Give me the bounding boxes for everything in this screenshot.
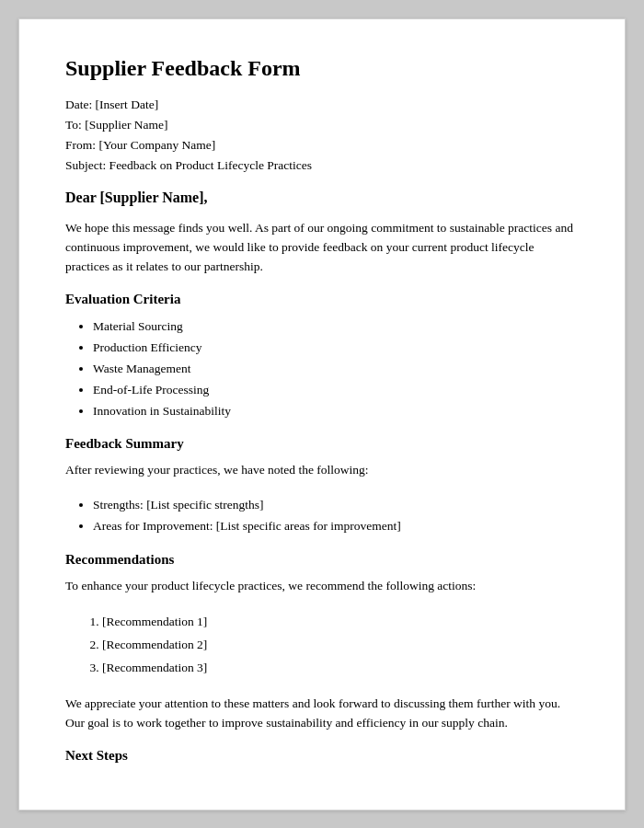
meta-to: To: [Supplier Name]: [65, 118, 579, 132]
feedback-summary-heading: Feedback Summary: [65, 436, 579, 452]
document-container: Supplier Feedback Form Date: [Insert Dat…: [18, 18, 626, 811]
next-steps-heading: Next Steps: [65, 748, 579, 764]
list-item: Waste Management: [93, 359, 579, 380]
list-item: End-of-Life Processing: [93, 380, 579, 401]
closing-paragraph: We appreciate your attention to these ma…: [65, 695, 579, 733]
list-item: [Recommendation 3]: [102, 657, 579, 680]
meta-date: Date: [Insert Date]: [65, 98, 579, 112]
list-item: Production Efficiency: [93, 338, 579, 359]
meta-subject: Subject: Feedback on Product Lifecycle P…: [65, 158, 579, 173]
evaluation-criteria-list: Material Sourcing Production Efficiency …: [93, 316, 579, 422]
document-title: Supplier Feedback Form: [65, 56, 579, 81]
list-item: Areas for Improvement: [List specific ar…: [93, 516, 579, 537]
evaluation-criteria-heading: Evaluation Criteria: [65, 292, 579, 307]
meta-from: From: [Your Company Name]: [65, 138, 579, 153]
salutation: Dear [Supplier Name],: [65, 190, 579, 206]
list-item: Material Sourcing: [93, 316, 579, 338]
list-item: [Recommendation 2]: [102, 634, 579, 657]
feedback-summary-list: Strengths: [List specific strengths] Are…: [93, 495, 579, 537]
recommendations-intro: To enhance your product lifecycle practi…: [65, 577, 579, 596]
list-item: [Recommendation 1]: [102, 611, 579, 634]
recommendations-heading: Recommendations: [65, 552, 579, 568]
recommendations-list: [Recommendation 1] [Recommendation 2] [R…: [102, 611, 579, 680]
list-item: Innovation in Sustainability: [93, 401, 579, 422]
list-item: Strengths: [List specific strengths]: [93, 495, 579, 516]
feedback-summary-intro: After reviewing your practices, we have …: [65, 461, 579, 480]
intro-paragraph: We hope this message finds you well. As …: [65, 219, 579, 277]
